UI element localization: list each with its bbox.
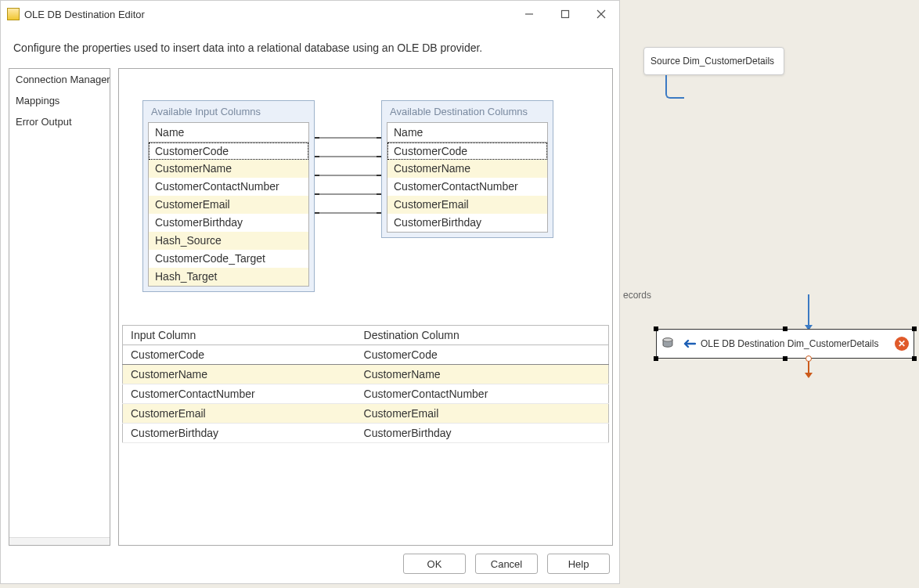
error-badge-icon: ✕	[895, 337, 909, 351]
grid-cell-input[interactable]: CustomerCode	[123, 345, 356, 365]
grid-cell-destination[interactable]: CustomerBirthday	[356, 424, 609, 443]
source-component-label: Source Dim_CustomerDetails	[651, 56, 774, 67]
destination-columns-list[interactable]: Name CustomerCodeCustomerNameCustomerCon…	[387, 122, 548, 233]
source-component-box[interactable]: Source Dim_CustomerDetails	[643, 47, 784, 75]
cancel-button[interactable]: Cancel	[475, 554, 538, 574]
window-title: OLE DB Destination Editor	[24, 9, 511, 20]
minimize-button[interactable]	[511, 2, 547, 26]
input-column-item[interactable]: CustomerCode_Target	[149, 250, 308, 268]
input-columns-list[interactable]: Name CustomerCodeCustomerNameCustomerCon…	[148, 122, 309, 287]
mapping-grid[interactable]: Input Column Destination Column Customer…	[122, 325, 609, 443]
grid-cell-input[interactable]: CustomerEmail	[123, 404, 356, 424]
grid-cell-input[interactable]: CustomerBirthday	[123, 424, 356, 443]
flow-connector-into-oledb	[808, 294, 809, 326]
input-column-item[interactable]: CustomerName	[149, 160, 308, 178]
input-column-item[interactable]: CustomerContactNumber	[149, 178, 308, 196]
sidebar-item-connection-manager[interactable]: Connection Manager	[9, 69, 110, 90]
grid-cell-input[interactable]: CustomerName	[123, 365, 356, 384]
input-columns-title: Available Input Columns	[143, 101, 314, 122]
database-icon	[661, 336, 677, 352]
sidebar-item-mappings[interactable]: Mappings	[9, 90, 110, 111]
mapping-diagram-area[interactable]: Available Input Columns Name CustomerCod…	[119, 69, 612, 319]
mapping-grid-row[interactable]: CustomerContactNumberCustomerContactNumb…	[123, 384, 609, 404]
destination-column-item[interactable]: CustomerName	[387, 160, 547, 178]
destination-column-item[interactable]: CustomerContactNumber	[387, 178, 547, 196]
column-header-name[interactable]: Name	[149, 123, 308, 142]
grid-cell-destination[interactable]: CustomerCode	[356, 345, 609, 365]
available-destination-columns-box[interactable]: Available Destination Columns Name Custo…	[381, 100, 553, 238]
destination-columns-title: Available Destination Columns	[382, 101, 553, 122]
input-column-item[interactable]: Hash_Source	[149, 232, 308, 250]
sidebar-item-error-output[interactable]: Error Output	[9, 111, 110, 132]
close-button[interactable]	[583, 2, 619, 26]
mapping-grid-row[interactable]: CustomerNameCustomerName	[123, 365, 609, 384]
available-input-columns-box[interactable]: Available Input Columns Name CustomerCod…	[142, 100, 315, 292]
ok-button[interactable]: OK	[403, 554, 466, 574]
oledb-destination-component[interactable]: OLE DB Destination Dim_CustomerDetails ✕	[656, 329, 914, 359]
svg-point-1	[663, 338, 672, 341]
destination-column-item[interactable]: CustomerBirthday	[387, 214, 547, 232]
column-header-name[interactable]: Name	[387, 123, 547, 142]
close-icon	[596, 9, 606, 19]
mapping-connectors	[315, 132, 381, 288]
oledb-component-label: OLE DB Destination Dim_CustomerDetails	[701, 338, 890, 349]
dialog-button-bar: OK Cancel Help	[1, 546, 619, 583]
flow-connector	[665, 75, 684, 99]
page-selector-sidebar: Connection ManagerMappingsError Output	[9, 68, 110, 546]
grid-cell-destination[interactable]: CustomerName	[356, 365, 609, 384]
mapping-grid-row[interactable]: CustomerEmailCustomerEmail	[123, 404, 609, 424]
input-column-item[interactable]: CustomerCode	[149, 142, 308, 160]
input-column-item[interactable]: CustomerBirthday	[149, 214, 308, 232]
mapping-grid-row[interactable]: CustomerBirthdayCustomerBirthday	[123, 424, 609, 443]
sidebar-scrollbar[interactable]	[9, 537, 110, 545]
grid-header-destination-column[interactable]: Destination Column	[356, 326, 609, 345]
instruction-text: Configure the properties used to insert …	[1, 27, 619, 68]
mapping-grid-area: Input Column Destination Column Customer…	[119, 319, 612, 545]
help-button[interactable]: Help	[547, 554, 610, 574]
oledb-destination-editor-dialog: OLE DB Destination Editor Configure the …	[0, 0, 620, 584]
maximize-icon	[560, 9, 570, 19]
input-column-item[interactable]: CustomerEmail	[149, 196, 308, 214]
input-column-item[interactable]: Hash_Target	[149, 268, 308, 286]
grid-cell-input[interactable]: CustomerContactNumber	[123, 384, 356, 404]
grid-cell-destination[interactable]: CustomerEmail	[356, 404, 609, 424]
titlebar[interactable]: OLE DB Destination Editor	[1, 1, 619, 27]
minimize-icon	[524, 9, 534, 19]
mappings-panel: Available Input Columns Name CustomerCod…	[118, 68, 613, 546]
maximize-button[interactable]	[547, 2, 583, 26]
partial-label-records: ecords	[623, 290, 651, 301]
grid-cell-destination[interactable]: CustomerContactNumber	[356, 384, 609, 404]
mapping-grid-row[interactable]: CustomerCodeCustomerCode	[123, 345, 609, 365]
svg-rect-3	[562, 11, 569, 18]
arrow-left-icon	[682, 338, 696, 349]
grid-header-input-column[interactable]: Input Column	[123, 326, 356, 345]
window-icon	[7, 8, 20, 20]
destination-column-item[interactable]: CustomerCode	[387, 142, 547, 160]
destination-column-item[interactable]: CustomerEmail	[387, 196, 547, 214]
